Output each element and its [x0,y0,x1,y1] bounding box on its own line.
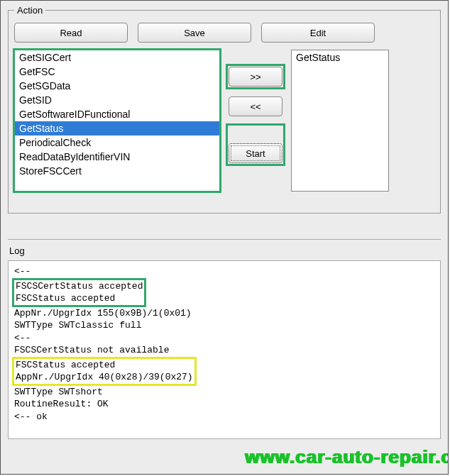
action-button-row: Read Save Edit [14,23,434,43]
app-window: Action Read Save Edit GetSIGCert GetFSC … [0,0,449,475]
available-list[interactable]: GetSIGCert GetFSC GetSGData GetSID GetSo… [14,50,220,192]
list-item[interactable]: GetFSC [15,65,219,79]
action-group: Action Read Save Edit GetSIGCert GetFSC … [8,5,441,214]
list-item[interactable]: ReadDataByIdentifierVIN [15,150,219,164]
list-item[interactable]: GetSGData [15,79,219,93]
list-item[interactable]: GetSoftwareIDFunctional [15,107,219,121]
log-line: <-- ok [14,411,434,424]
log-output: <-- FSCSCertStatus accepted FSCStatus ac… [8,260,441,439]
log-line: FSCSCertStatus not available [14,344,434,357]
add-button[interactable]: >> [229,67,282,87]
save-button[interactable]: Save [138,23,251,43]
log-line: <-- [14,332,434,345]
list-item[interactable]: GetSIGCert [15,50,219,65]
read-button[interactable]: Read [14,23,128,43]
highlight-green: FSCSCertStatus accepted FSCStatus accept… [12,278,146,307]
log-line: FSCStatus accepted [16,359,193,372]
watermark: www.car-auto-repair.c [245,446,449,468]
log-line: FSCStatus accepted [16,292,143,305]
edit-button[interactable]: Edit [261,23,375,43]
log-line: FSCSCertStatus accepted [16,280,143,293]
log-label: Log [8,243,441,260]
transfer-controls: >> << Start [226,50,285,166]
start-button[interactable]: Start [229,143,282,163]
log-line: AppNr./UpgrIdx 40(0x28)/39(0x27) [16,371,193,384]
action-legend: Action [14,5,45,16]
log-line: RoutineResult: OK [14,398,434,411]
log-line: SWTType SWTshort [14,386,434,399]
list-item[interactable]: GetSID [15,93,219,107]
remove-button[interactable]: << [229,96,282,116]
log-line: SWTType SWTclassic full [14,319,434,332]
list-item[interactable]: PeriodicalCheck [15,135,219,150]
log-line: AppNr./UpgrIdx 155(0x9B)/1(0x01) [14,307,434,320]
list-item[interactable]: StoreFSCCert [15,164,219,178]
list-item[interactable]: GetStatus [292,50,388,65]
list-item-selected[interactable]: GetStatus [15,121,219,135]
log-section: Log <-- FSCSCertStatus accepted FSCStatu… [8,239,441,439]
chosen-list[interactable]: GetStatus [291,50,389,192]
highlight-yellow: FSCStatus accepted AppNr./UpgrIdx 40(0x2… [12,357,197,386]
log-line: <-- [14,265,434,278]
lists-row: GetSIGCert GetFSC GetSGData GetSID GetSo… [14,50,434,192]
